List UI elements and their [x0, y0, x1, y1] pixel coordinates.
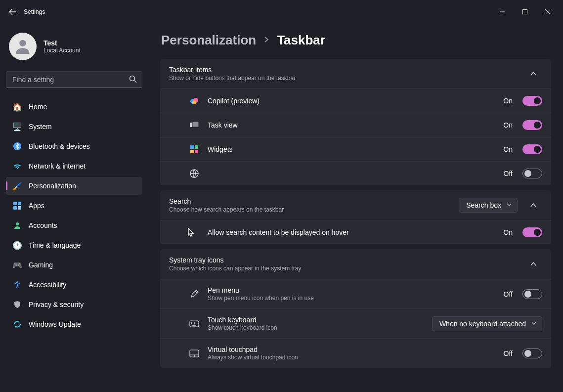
group-header-system-tray[interactable]: System tray icons Choose which icons can…	[160, 249, 551, 279]
user-account-type: Local Account	[43, 47, 81, 54]
svg-rect-17	[190, 150, 194, 153]
sidebar-item-label: System	[29, 123, 52, 131]
toggle-state: Off	[504, 170, 513, 177]
svg-point-9	[16, 281, 18, 283]
sidebar-item-label: Gaming	[29, 261, 53, 269]
svg-rect-14	[192, 122, 199, 127]
avatar	[9, 33, 37, 60]
globe-icon	[189, 169, 200, 178]
dropdown-value: When no keyboard attached	[439, 320, 526, 328]
search-wrap	[6, 71, 142, 88]
chevron-right-icon	[263, 36, 270, 45]
toggle-taskview[interactable]	[522, 120, 542, 130]
toggle-state: On	[503, 228, 513, 236]
row-label: Widgets	[208, 145, 495, 153]
time-icon: 🕐	[13, 241, 22, 250]
sidebar-item-network[interactable]: Network & internet	[6, 157, 142, 175]
group-desc: Choose which icons can appear in the sys…	[169, 265, 518, 272]
window-title: Settings	[24, 8, 45, 15]
toggle-state: Off	[504, 349, 513, 357]
toggle-state: On	[503, 145, 513, 153]
group-system-tray: System tray icons Choose which icons can…	[160, 249, 551, 368]
sidebar-item-bluetooth[interactable]: Bluetooth & devices	[6, 137, 142, 155]
group-search: Search Choose how search appears on the …	[160, 190, 551, 244]
row-desc: Always show virtual touchpad icon	[208, 354, 496, 361]
row-label: Pen menu	[208, 286, 496, 294]
search-input[interactable]	[6, 71, 142, 88]
svg-point-2	[130, 76, 135, 81]
sidebar-item-time[interactable]: 🕐Time & language	[6, 236, 142, 254]
search-icon	[129, 75, 137, 86]
sidebar-item-label: Bluetooth & devices	[29, 142, 90, 150]
group-header-search[interactable]: Search Choose how search appears on the …	[160, 190, 551, 220]
svg-rect-5	[18, 202, 21, 205]
group-desc: Show or hide buttons that appear on the …	[169, 75, 518, 82]
sidebar-item-home[interactable]: 🏠Home	[6, 98, 142, 116]
sidebar-item-accounts[interactable]: Accounts	[6, 217, 142, 234]
sidebar-item-accessibility[interactable]: Accessibility	[6, 276, 142, 294]
accessibility-icon	[13, 280, 22, 289]
toggle-state: Off	[504, 290, 513, 298]
maximize-button[interactable]	[514, 4, 536, 20]
dropdown-value: Search box	[466, 201, 501, 209]
user-name: Test	[43, 39, 81, 47]
content-area: Personalization Taskbar Taskbar items Sh…	[148, 24, 563, 392]
pen-icon	[189, 290, 200, 299]
shield-icon	[13, 300, 22, 309]
user-block[interactable]: Test Local Account	[6, 28, 142, 69]
sidebar-item-apps[interactable]: Apps	[6, 197, 142, 215]
update-icon	[13, 320, 22, 329]
toggle-unknown[interactable]	[522, 169, 542, 178]
row-touch-keyboard: Touch keyboard Show touch keyboard icon …	[160, 308, 551, 338]
keyboard-icon	[189, 320, 200, 327]
sidebar-item-label: Home	[29, 103, 47, 111]
svg-rect-18	[195, 150, 198, 153]
chevron-down-icon	[506, 201, 512, 209]
sidebar-item-label: Time & language	[29, 241, 81, 249]
bluetooth-icon	[13, 142, 22, 151]
back-button[interactable]	[4, 8, 22, 16]
close-button[interactable]	[536, 4, 559, 20]
row-search-hover: Allow search content to be displayed on …	[160, 220, 551, 244]
svg-point-1	[19, 40, 26, 46]
svg-rect-15	[190, 145, 194, 149]
sidebar-item-privacy[interactable]: Privacy & security	[6, 296, 142, 313]
group-header-taskbar-items[interactable]: Taskbar items Show or hide buttons that …	[160, 59, 551, 88]
toggle-pen-menu[interactable]	[522, 289, 542, 299]
breadcrumb-parent[interactable]: Personalization	[161, 33, 256, 48]
svg-rect-4	[13, 202, 17, 205]
row-unknown: Off	[160, 161, 551, 185]
breadcrumb-current: Taskbar	[277, 33, 325, 48]
sidebar-item-system[interactable]: 🖥️System	[6, 118, 142, 135]
row-copilot: Copilot (preview) On	[160, 88, 551, 113]
dropdown-touch-keyboard[interactable]: When no keyboard attached	[432, 316, 542, 331]
group-taskbar-items: Taskbar items Show or hide buttons that …	[160, 59, 551, 185]
taskview-icon	[189, 122, 200, 129]
minimize-button[interactable]	[491, 4, 514, 20]
row-label: Allow search content to be displayed on …	[208, 228, 495, 236]
sidebar-item-label: Windows Update	[29, 320, 81, 328]
svg-rect-7	[18, 206, 21, 210]
toggle-state: On	[503, 121, 513, 129]
sidebar-item-label: Accounts	[29, 221, 57, 229]
dropdown-search-mode[interactable]: Search box	[459, 198, 518, 213]
chevron-up-icon	[524, 261, 542, 267]
sidebar-item-gaming[interactable]: 🎮Gaming	[6, 256, 142, 274]
row-virtual-touchpad: Virtual touchpad Always show virtual tou…	[160, 338, 551, 368]
group-title: Taskbar items	[169, 66, 518, 74]
touchpad-icon	[189, 349, 200, 357]
accounts-icon	[13, 221, 22, 230]
toggle-widgets[interactable]	[522, 144, 542, 154]
copilot-icon	[189, 96, 200, 105]
row-desc: Show touch keyboard icon	[208, 324, 424, 331]
wifi-icon	[13, 162, 22, 171]
toggle-copilot[interactable]	[522, 96, 542, 106]
toggle-virtual-touchpad[interactable]	[522, 348, 542, 358]
row-label: Virtual touchpad	[208, 346, 496, 353]
svg-rect-16	[195, 145, 198, 149]
widgets-icon	[189, 145, 200, 153]
sidebar-item-personalization[interactable]: 🖌️Personalization	[6, 177, 142, 195]
toggle-search-hover[interactable]	[522, 227, 542, 237]
sidebar-item-label: Accessibility	[29, 281, 66, 289]
sidebar-item-update[interactable]: Windows Update	[6, 315, 142, 333]
